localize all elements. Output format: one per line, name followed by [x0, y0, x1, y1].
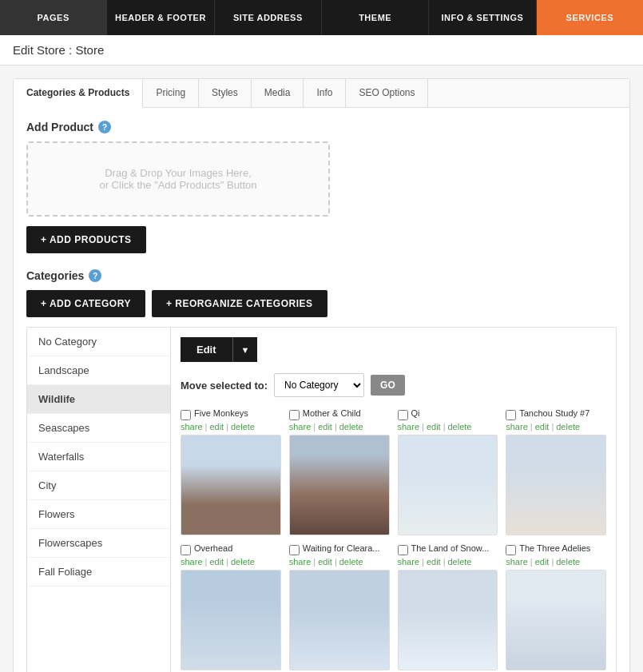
product-card-mother-child: Mother & Child share | edit | delete [289, 408, 390, 535]
product-checkbox-mother-child[interactable] [289, 410, 300, 420]
product-delete-land-snow[interactable]: delete [448, 557, 472, 567]
drop-zone-line1: Drag & Drop Your Images Here, [44, 167, 312, 179]
edit-store-prefix: Edit Store : [13, 43, 72, 57]
nav-pages[interactable]: Pages [0, 0, 107, 35]
categories-help-icon[interactable]: ? [89, 269, 101, 282]
product-share-waiting[interactable]: share [289, 557, 312, 567]
product-actions-qi: share | edit | delete [398, 422, 498, 431]
nav-header-footer[interactable]: Header & Footer [107, 0, 214, 35]
product-checkbox-qi[interactable] [398, 410, 408, 420]
categories-section: Categories ? + ADD CATEGORY + REORGANIZE… [26, 269, 617, 672]
product-delete-mother-child[interactable]: delete [339, 422, 363, 431]
product-edit-overhead[interactable]: edit [209, 557, 224, 567]
move-selected-row: Move selected to: No Category Landscape … [181, 373, 606, 397]
drop-zone[interactable]: Drag & Drop Your Images Here, or Click t… [26, 141, 330, 217]
edit-button[interactable]: Edit [181, 337, 232, 362]
category-item-seascapes[interactable]: Seascapes [27, 414, 170, 443]
product-header-overhead: Overhead [181, 543, 281, 555]
product-checkbox-waiting[interactable] [289, 545, 300, 555]
add-product-section-title: Add Product ? [26, 121, 617, 133]
product-edit-five-monkeys[interactable]: edit [209, 422, 224, 431]
category-list: No Category Landscape Wildlife Seascapes… [27, 328, 171, 672]
product-checkbox-overhead[interactable] [181, 545, 191, 555]
category-item-flowers[interactable]: Flowers [27, 500, 170, 529]
product-image-qi [398, 435, 498, 535]
edit-store-header: Edit Store : Store [0, 35, 643, 66]
product-name-three-adelies: The Three Adelies [519, 543, 590, 553]
product-checkbox-tanchou[interactable] [506, 410, 516, 420]
categories-buttons: + ADD CATEGORY + REORGANIZE CATEGORIES [26, 290, 617, 317]
product-share-mother-child[interactable]: share [289, 422, 312, 431]
product-share-overhead[interactable]: share [181, 557, 203, 567]
product-edit-mother-child[interactable]: edit [318, 422, 332, 431]
product-name-tanchou: Tanchou Study #7 [519, 408, 589, 418]
product-edit-land-snow[interactable]: edit [427, 557, 441, 567]
product-actions-tanchou: share | edit | delete [506, 422, 606, 431]
product-edit-waiting[interactable]: edit [318, 557, 332, 567]
product-name-land-snow: The Land of Snow... [411, 543, 490, 553]
move-to-select[interactable]: No Category Landscape Wildlife Seascapes… [274, 373, 364, 397]
nav-site-address[interactable]: Site Address [215, 0, 322, 35]
product-card-tanchou: Tanchou Study #7 share | edit | delete [506, 408, 606, 535]
tab-styles[interactable]: Styles [199, 79, 252, 107]
product-checkbox-three-adelies[interactable] [506, 545, 516, 555]
product-actions-waiting: share | edit | delete [289, 557, 390, 567]
product-name-overhead: Overhead [194, 543, 232, 553]
add-products-button[interactable]: + ADD PRODUCTS [26, 226, 146, 253]
product-actions-mother-child: share | edit | delete [289, 422, 390, 431]
categories-title-text: Categories [26, 269, 84, 282]
add-product-help-icon[interactable]: ? [98, 121, 111, 133]
reorganize-categories-button[interactable]: + REORGANIZE CATEGORIES [152, 290, 327, 317]
tab-seo-options[interactable]: SEO Options [346, 79, 428, 107]
product-actions-overhead: share | edit | delete [181, 557, 281, 567]
tab-pricing[interactable]: Pricing [143, 79, 199, 107]
product-card-three-adelies: The Three Adelies share | edit | delete [506, 543, 606, 670]
product-delete-waiting[interactable]: delete [339, 557, 363, 567]
product-delete-overhead[interactable]: delete [231, 557, 255, 567]
product-image-waiting [289, 570, 390, 670]
tab-media[interactable]: Media [252, 79, 304, 107]
tab-categories-products[interactable]: Categories & Products [14, 79, 143, 108]
category-item-city[interactable]: City [27, 471, 170, 500]
product-checkbox-five-monkeys[interactable] [181, 410, 191, 420]
category-item-landscape[interactable]: Landscape [27, 356, 170, 385]
product-delete-qi[interactable]: delete [448, 422, 472, 431]
product-share-three-adelies[interactable]: share [506, 557, 528, 567]
product-header-three-adelies: The Three Adelies [506, 543, 606, 555]
product-delete-five-monkeys[interactable]: delete [231, 422, 255, 431]
product-card-waiting: Waiting for Cleara... share | edit | del… [289, 543, 390, 670]
product-edit-tanchou[interactable]: edit [535, 422, 550, 431]
category-item-no-category[interactable]: No Category [27, 328, 170, 356]
nav-info-settings[interactable]: Info & Settings [429, 0, 536, 35]
edit-button-group: Edit ▼ [181, 337, 606, 362]
product-share-qi[interactable]: share [398, 422, 420, 431]
product-edit-qi[interactable]: edit [427, 422, 441, 431]
product-image-three-adelies [506, 570, 606, 670]
nav-theme[interactable]: Theme [322, 0, 429, 35]
drop-zone-line2: or Click the "Add Products" Button [44, 179, 312, 191]
product-image-mother-child [289, 435, 390, 535]
go-button[interactable]: GO [371, 375, 405, 396]
product-share-tanchou[interactable]: share [506, 422, 528, 431]
category-item-wildlife[interactable]: Wildlife [27, 385, 170, 414]
nav-services[interactable]: Services [537, 0, 643, 35]
add-product-title-text: Add Product [26, 121, 93, 133]
product-delete-tanchou[interactable]: delete [556, 422, 580, 431]
category-item-flowerscapes[interactable]: Flowerscapes [27, 529, 170, 558]
product-checkbox-land-snow[interactable] [398, 545, 408, 555]
product-delete-three-adelies[interactable]: delete [556, 557, 580, 567]
category-item-fall-foliage[interactable]: Fall Foliage [27, 558, 170, 587]
product-edit-three-adelies[interactable]: edit [535, 557, 550, 567]
category-item-waterfalls[interactable]: Waterfalls [27, 443, 170, 471]
product-card-five-monkeys: Five Monkeys share | edit | delete [181, 408, 281, 535]
tabs-body: Add Product ? Drag & Drop Your Images He… [14, 108, 629, 672]
product-actions-land-snow: share | edit | delete [398, 557, 498, 567]
top-navigation: Pages Header & Footer Site Address Theme… [0, 0, 643, 35]
product-header-land-snow: The Land of Snow... [398, 543, 498, 555]
edit-dropdown-button[interactable]: ▼ [232, 337, 258, 362]
tab-info[interactable]: Info [304, 79, 346, 107]
product-share-land-snow[interactable]: share [398, 557, 420, 567]
product-actions-three-adelies: share | edit | delete [506, 557, 606, 567]
product-share-five-monkeys[interactable]: share [181, 422, 203, 431]
add-category-button[interactable]: + ADD CATEGORY [26, 290, 145, 317]
